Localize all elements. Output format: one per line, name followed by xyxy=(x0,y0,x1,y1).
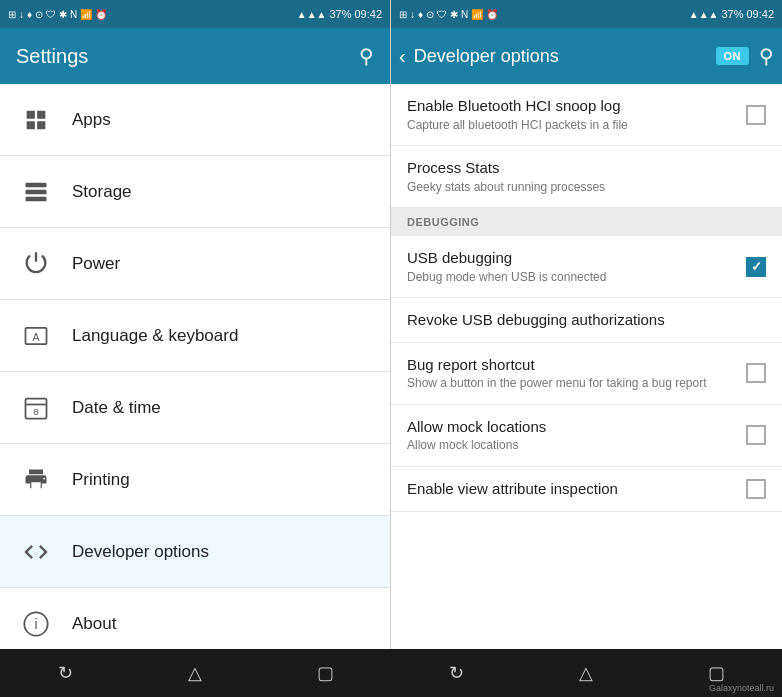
power-icon xyxy=(16,244,56,284)
right-home-button[interactable]: △ xyxy=(561,653,611,693)
settings-title: Settings xyxy=(16,45,88,68)
mock-locations-text: Allow mock locations Allow mock location… xyxy=(407,417,746,454)
usb-debug-text: USB debugging Debug mode when USB is con… xyxy=(407,248,746,285)
printing-label: Printing xyxy=(72,470,130,490)
bug-report-text: Bug report shortcut Show a button in the… xyxy=(407,355,746,392)
bt-hci-subtitle: Capture all bluetooth HCI packets in a f… xyxy=(407,118,738,134)
developer-icon xyxy=(16,532,56,572)
bug-report-subtitle: Show a button in the power menu for taki… xyxy=(407,376,738,392)
bottom-nav: ↻ △ ▢ ↻ △ ▢ Galaxynoteall.ru xyxy=(0,649,782,697)
storage-icon xyxy=(16,172,56,212)
left-status-right: ▲▲▲ 37% 09:42 xyxy=(297,8,382,20)
dev-header-left: ‹ Developer options xyxy=(399,45,559,68)
storage-label: Storage xyxy=(72,182,132,202)
usb-debug-checkbox[interactable] xyxy=(746,257,766,277)
language-icon: A xyxy=(16,316,56,356)
power-label: Power xyxy=(72,254,120,274)
right-nav-bar: ↻ △ ▢ Galaxynoteall.ru xyxy=(391,649,782,697)
dev-toggle-on[interactable]: ON xyxy=(716,47,750,65)
search-icon[interactable]: ⚲ xyxy=(359,44,374,68)
usb-debug-title: USB debugging xyxy=(407,248,738,268)
left-time: 09:42 xyxy=(354,8,382,20)
right-status-right: ▲▲▲ 37% 09:42 xyxy=(689,8,774,20)
dev-item-bug-report[interactable]: Bug report shortcut Show a button in the… xyxy=(391,343,782,405)
process-stats-title: Process Stats xyxy=(407,158,758,178)
left-status-bar: ⊞ ↓ ♦ ⊙ 🛡 ✱ N 📶 ⏰ ▲▲▲ 37% 09:42 xyxy=(0,0,390,28)
view-inspect-title: Enable view attribute inspection xyxy=(407,479,738,499)
revoke-usb-text: Revoke USB debugging authorizations xyxy=(407,310,766,330)
mock-locations-checkbox[interactable] xyxy=(746,425,766,445)
left-home-button[interactable]: △ xyxy=(170,653,220,693)
debugging-section-header: DEBUGGING xyxy=(391,208,782,236)
right-status-bar: ⊞ ↓ ♦ ⊙ 🛡 ✱ N 📶 ⏰ ▲▲▲ 37% 09:42 xyxy=(391,0,782,28)
left-back-button[interactable]: ↻ xyxy=(40,653,90,693)
right-status-icons: ⊞ ↓ ♦ ⊙ 🛡 ✱ N 📶 ⏰ xyxy=(399,9,498,20)
datetime-icon: 8 xyxy=(16,388,56,428)
dev-content: Enable Bluetooth HCI snoop log Capture a… xyxy=(391,84,782,649)
right-time: 09:42 xyxy=(746,8,774,20)
revoke-usb-title: Revoke USB debugging authorizations xyxy=(407,310,758,330)
developer-label: Developer options xyxy=(72,542,209,562)
left-recents-button[interactable]: ▢ xyxy=(301,653,351,693)
left-signal: ▲▲▲ xyxy=(297,9,327,20)
settings-item-storage[interactable]: Storage xyxy=(0,156,390,228)
dev-item-process-stats[interactable]: Process Stats Geeky stats about running … xyxy=(391,146,782,208)
svg-text:A: A xyxy=(32,330,39,342)
svg-rect-1 xyxy=(26,189,47,194)
settings-item-developer[interactable]: Developer options xyxy=(0,516,390,588)
view-inspect-checkbox[interactable] xyxy=(746,479,766,499)
right-back-button[interactable]: ↻ xyxy=(431,653,481,693)
bug-report-title: Bug report shortcut xyxy=(407,355,738,375)
settings-header: Settings ⚲ xyxy=(0,28,390,84)
dev-item-bt-hci[interactable]: Enable Bluetooth HCI snoop log Capture a… xyxy=(391,84,782,146)
bt-hci-title: Enable Bluetooth HCI snoop log xyxy=(407,96,738,116)
process-stats-text: Process Stats Geeky stats about running … xyxy=(407,158,766,195)
usb-debug-subtitle: Debug mode when USB is connected xyxy=(407,270,738,286)
language-label: Language & keyboard xyxy=(72,326,238,346)
svg-rect-0 xyxy=(26,182,47,187)
about-icon: i xyxy=(16,604,56,644)
settings-item-language[interactable]: A Language & keyboard xyxy=(0,300,390,372)
dev-header-right: ON ⚲ xyxy=(716,44,775,68)
apps-icon xyxy=(16,100,56,140)
svg-rect-2 xyxy=(26,196,47,201)
datetime-label: Date & time xyxy=(72,398,161,418)
dev-item-view-inspect[interactable]: Enable view attribute inspection xyxy=(391,467,782,512)
left-battery: 37% xyxy=(329,8,351,20)
dev-options-header: ‹ Developer options ON ⚲ xyxy=(391,28,782,84)
mock-locations-title: Allow mock locations xyxy=(407,417,738,437)
printing-icon xyxy=(16,460,56,500)
bt-hci-text: Enable Bluetooth HCI snoop log Capture a… xyxy=(407,96,746,133)
settings-item-datetime[interactable]: 8 Date & time xyxy=(0,372,390,444)
settings-item-power[interactable]: Power xyxy=(0,228,390,300)
process-stats-subtitle: Geeky stats about running processes xyxy=(407,180,758,196)
settings-item-printing[interactable]: Printing xyxy=(0,444,390,516)
settings-item-apps[interactable]: Apps xyxy=(0,84,390,156)
settings-list: Apps Storage Power A Language & keyboard xyxy=(0,84,390,649)
watermark-text: Galaxynoteall.ru xyxy=(709,683,774,693)
bt-hci-checkbox[interactable] xyxy=(746,105,766,125)
dev-item-revoke-usb[interactable]: Revoke USB debugging authorizations xyxy=(391,298,782,343)
mock-locations-subtitle: Allow mock locations xyxy=(407,438,738,454)
dev-options-title: Developer options xyxy=(414,46,559,67)
left-status-icons: ⊞ ↓ ♦ ⊙ 🛡 ✱ N 📶 ⏰ xyxy=(8,9,107,20)
apps-label: Apps xyxy=(72,110,111,130)
back-icon[interactable]: ‹ xyxy=(399,45,406,68)
dev-item-usb-debug[interactable]: USB debugging Debug mode when USB is con… xyxy=(391,236,782,298)
view-inspect-text: Enable view attribute inspection xyxy=(407,479,746,499)
right-battery: 37% xyxy=(721,8,743,20)
dev-search-icon[interactable]: ⚲ xyxy=(759,44,774,68)
right-signal: ▲▲▲ xyxy=(689,9,719,20)
left-nav-bar: ↻ △ ▢ xyxy=(0,649,391,697)
dev-item-mock-locations[interactable]: Allow mock locations Allow mock location… xyxy=(391,405,782,467)
settings-item-about[interactable]: i About xyxy=(0,588,390,649)
bug-report-checkbox[interactable] xyxy=(746,363,766,383)
about-label: About xyxy=(72,614,116,634)
svg-text:i: i xyxy=(34,615,37,631)
svg-text:8: 8 xyxy=(33,407,38,417)
